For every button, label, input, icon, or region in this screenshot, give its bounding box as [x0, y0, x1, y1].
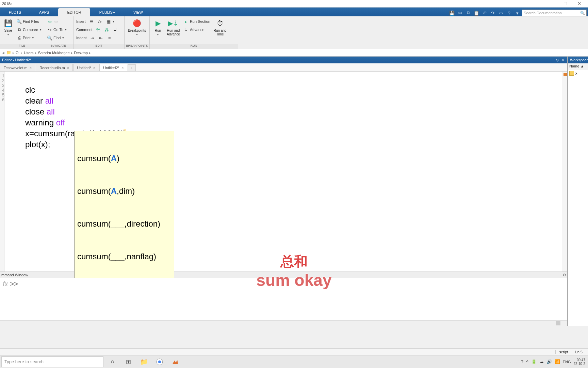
panel-menu-icon[interactable]: ⊙ [563, 273, 566, 277]
warning-marker-icon[interactable] [564, 73, 567, 76]
back-path-icon[interactable]: ◄ [1, 51, 5, 55]
close-button[interactable]: ✕ [572, 1, 586, 6]
filetab-untitled[interactable]: Untitled*× [73, 64, 99, 71]
indent-icon: ⇥ [90, 35, 95, 41]
cortana-icon[interactable]: ○ [105, 355, 120, 368]
save-button[interactable]: 💾 Save ▼ [2, 18, 14, 37]
close-tab-icon[interactable]: × [93, 66, 95, 70]
compare-button[interactable]: ⧉Compare▼ [16, 26, 43, 33]
print-button[interactable]: 🖨Print▼ [16, 34, 43, 42]
run-section-icon: ▸ [183, 19, 189, 24]
variable-icon [569, 71, 574, 76]
hint-option[interactable]: cumsum(A,dim) [75, 186, 174, 197]
system-tray[interactable]: ? ^ 🔋 ☁ 🔊 📶 ENG 09:47 22-10-2 [518, 358, 588, 366]
volume-icon[interactable]: 🔊 [546, 359, 552, 364]
command-window: mmand Window ⊙ fx >> [0, 272, 567, 326]
panel-close-icon[interactable]: ✕ [560, 58, 565, 62]
filetab-recordaudio[interactable]: Recordaudio.m× [36, 64, 73, 71]
panel-dropdown-icon[interactable]: ⊙ [554, 58, 560, 62]
code-body[interactable]: clcclear allclose allwarning offx=cumsum… [5, 72, 562, 272]
hint-option[interactable]: cumsum(___,direction) [75, 218, 174, 229]
workspace-column-name[interactable]: Name ▲ [568, 63, 588, 70]
fx-icon[interactable]: fx [3, 280, 8, 324]
main-tabstrip: PLOTS APPS EDITOR PUBLISH VIEW 💾 ✂ ⧉ 📋 ↶… [0, 7, 588, 16]
path-seg-c[interactable]: C:▸ [16, 51, 22, 55]
hint-option[interactable]: cumsum(___,nanflag) [75, 251, 174, 262]
back-button[interactable]: ⇦⇨ [46, 18, 71, 25]
insert-label: Insert [76, 19, 86, 24]
ribbon-group-file: FILE [0, 44, 44, 49]
advance-button[interactable]: ⇣Advance [183, 26, 211, 33]
paste-icon[interactable]: 📋 [473, 10, 480, 16]
code-editor[interactable]: 1 2 3 4 5 6 clcclear allclose allwarning… [0, 72, 567, 272]
undo-icon[interactable]: ↶ [481, 10, 488, 16]
run-time-label: Run and Time [214, 29, 227, 36]
redo-icon[interactable]: ↷ [489, 10, 496, 16]
matlab-icon[interactable] [167, 355, 183, 368]
find-files-button[interactable]: 🔍Find Files [16, 18, 43, 25]
tab-apps[interactable]: APPS [30, 8, 58, 16]
language-indicator[interactable]: ENG [563, 360, 571, 364]
run-section-button[interactable]: ▸Run Section [183, 18, 211, 25]
tab-view[interactable]: VIEW [125, 8, 152, 16]
tab-editor[interactable]: EDITOR [58, 8, 90, 16]
filetab-testwavelet[interactable]: Testwavelet.m× [0, 64, 35, 71]
comment-button[interactable]: Comment % ⁂ ↲ [76, 26, 122, 33]
search-icon[interactable]: 🔍 [580, 11, 585, 15]
path-seg-desktop[interactable]: Desktop▸ [74, 51, 91, 55]
ribbon-group-breakpoints: BREAKPOINTS [125, 44, 149, 49]
path-seg-user[interactable]: Satadru Mukherjee▸ [38, 51, 73, 55]
taskview-icon[interactable]: ⊞ [120, 355, 136, 368]
help-icon[interactable]: ? [506, 10, 512, 16]
clock[interactable]: 09:47 22-10-2 [574, 358, 585, 366]
run-and-advance-button[interactable]: ▶⇣ Run and Advance [165, 18, 181, 37]
wifi-icon[interactable]: 📶 [555, 359, 560, 364]
run-and-time-button[interactable]: ⏱ Run and Time [212, 18, 228, 37]
chrome-icon[interactable] [152, 355, 167, 368]
line-gutter: 1 2 3 4 5 6 [0, 72, 5, 272]
smart-indent-icon: ≡ [107, 35, 112, 41]
maximize-button[interactable]: ☐ [559, 1, 572, 6]
tab-publish[interactable]: PUBLISH [91, 8, 124, 16]
wrap-icon: ↲ [113, 27, 118, 32]
comment-pct-icon: % [96, 27, 101, 32]
cloud-icon[interactable]: ☁ [539, 359, 544, 364]
hint-option[interactable]: cumsum(A) [75, 153, 174, 164]
battery-icon[interactable]: 🔋 [531, 359, 537, 364]
compare-label: Compare [23, 28, 38, 32]
insert-fx-icon: fx [97, 19, 103, 24]
explorer-icon[interactable]: 📁 [136, 355, 152, 368]
indent-button[interactable]: Indent ⇥ ⇤ ≡ [76, 34, 122, 42]
workspace-var-x[interactable]: x [568, 70, 588, 76]
close-tab-icon[interactable]: × [121, 66, 124, 70]
copy-icon[interactable]: ⧉ [465, 10, 472, 16]
editor-panel-title: Editor - Untitled2* ⊙ ✕ [0, 57, 567, 63]
close-tab-icon[interactable]: × [30, 66, 32, 70]
taskbar-search[interactable]: Type here to search [1, 356, 103, 367]
variable-name: x [575, 71, 577, 75]
goto-button[interactable]: ↪Go To▼ [46, 26, 71, 33]
close-tab-icon[interactable]: × [67, 66, 69, 70]
add-tab-button[interactable]: + [128, 64, 136, 71]
insert-button[interactable]: Insert ☰ fx ▦▼ [76, 18, 122, 25]
error-strip[interactable] [562, 72, 567, 272]
print-icon: 🖨 [16, 35, 22, 41]
path-bar[interactable]: ◄ 📁 ▸ C:▸ Users▸ Satadru Mukherjee▸ Desk… [0, 49, 588, 57]
scrollbar-right-icon[interactable] [556, 321, 560, 325]
horizontal-scrollbar[interactable] [0, 320, 567, 326]
help-tray-icon[interactable]: ? [521, 359, 523, 364]
search-documentation[interactable]: Search Documentation 🔍 [522, 10, 587, 16]
tab-plots[interactable]: PLOTS [0, 8, 30, 16]
path-seg-users[interactable]: Users▸ [24, 51, 37, 55]
find-button[interactable]: 🔍Find▼ [46, 34, 71, 42]
chevron-up-icon[interactable]: ^ [526, 359, 528, 364]
run-button[interactable]: ▶ Run ▼ [152, 18, 164, 37]
command-window-body[interactable]: fx >> [0, 278, 567, 326]
cut-icon[interactable]: ✂ [457, 10, 463, 16]
save-icon[interactable]: 💾 [448, 10, 455, 16]
filetab-untitled2[interactable]: Untitled2*× [99, 64, 127, 71]
dropdown-icon[interactable]: ▾ [514, 10, 521, 16]
minimize-button[interactable]: — [545, 1, 559, 6]
window-icon[interactable]: ▭ [497, 10, 504, 16]
breakpoints-button[interactable]: 🔴 Breakpoints ▼ [127, 18, 147, 37]
